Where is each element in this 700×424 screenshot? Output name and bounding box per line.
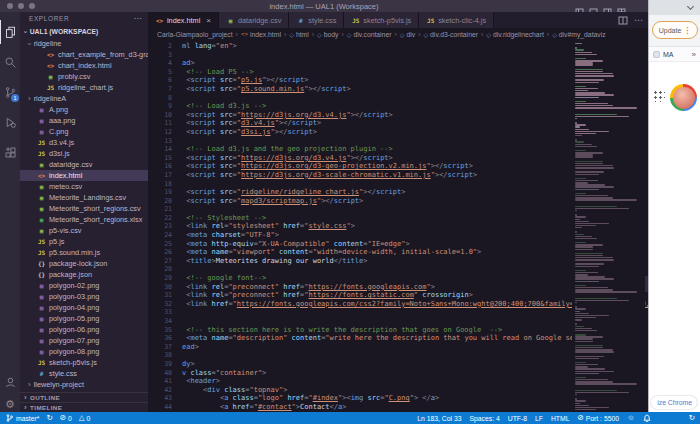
file-item[interactable]: <>chart_index.html (20, 60, 148, 71)
file-item[interactable]: JSsketch-p5vis.js (20, 357, 148, 368)
zoom-window-button[interactable] (29, 3, 35, 9)
breadcrumb-item[interactable]: ◇div#my_dataviz (552, 31, 605, 38)
line-number: 33 (148, 308, 172, 317)
file-item[interactable]: ▨polygon-04.png (20, 302, 148, 313)
file-item[interactable]: JSd3si.js (20, 148, 148, 159)
close-window-button[interactable] (7, 3, 13, 9)
bookmarks-overflow-icon[interactable]: » (692, 50, 696, 59)
tab-style.css[interactable]: #style.css (289, 12, 344, 28)
timeline-section-header[interactable]: › TIMELINE (20, 402, 148, 412)
chrome-update-button[interactable]: Update ⋮ (652, 21, 698, 39)
file-item[interactable]: ▦meteo.csv (20, 181, 148, 192)
tab-dataridge.csv[interactable]: ▦dataridge.csv (219, 12, 289, 28)
minimap-line (575, 394, 577, 395)
line-number: 36 (148, 334, 172, 343)
breadcrumb-item[interactable]: ◇body (317, 31, 338, 38)
folder-item[interactable]: ›ridgeline (20, 38, 148, 49)
file-item[interactable]: ▨polygon-07.png (20, 335, 148, 346)
breadcrumb-item[interactable]: ◇html (289, 31, 308, 38)
minimap-line (575, 326, 584, 327)
indentation[interactable]: Spaces: 4 (470, 415, 500, 422)
minimap-line (575, 371, 614, 372)
item-label: A.png (49, 105, 68, 114)
item-label: polygon-03.png (49, 292, 99, 301)
tab-sketch-clic-4.js[interactable]: JSsketch-clic-4.js (419, 12, 494, 28)
language-mode[interactable]: HTML (551, 415, 570, 422)
minimap-line (575, 330, 597, 331)
file-item[interactable]: ▨polygon-03.png (20, 291, 148, 302)
extensions-icon[interactable] (0, 140, 20, 164)
file-item[interactable]: ▨A.png (20, 104, 148, 115)
file-item[interactable]: <>index.html (20, 170, 148, 181)
customize-chrome-button[interactable]: ize Chrome (651, 396, 697, 409)
breadcrumb-item[interactable]: Carla-Giampaolo_project (157, 31, 233, 38)
line-number: 18 (148, 180, 172, 189)
file-item[interactable]: ▦dataridge.csv (20, 159, 148, 170)
encoding[interactable]: UTF-8 (508, 415, 527, 422)
minimap[interactable] (572, 40, 645, 412)
file-item[interactable]: {}package-lock.json (20, 258, 148, 269)
file-item[interactable]: JSd3.v4.js (20, 137, 148, 148)
folder-item[interactable]: ›ridgelineA (20, 93, 148, 104)
line-number: 30 (148, 283, 172, 292)
breadcrumb-item[interactable]: ◇div (400, 31, 415, 38)
file-item[interactable]: ▦p5-vis.csv (20, 225, 148, 236)
sync[interactable]: ↻ (46, 414, 52, 422)
explorer-actions-icon[interactable]: ⋯ (133, 14, 142, 23)
minimap-line (575, 219, 580, 220)
google-apps-icon[interactable] (653, 90, 665, 102)
file-item[interactable]: ▨polygon-05.png (20, 313, 148, 324)
file-item[interactable]: JSp5.sound.min.js (20, 247, 148, 258)
live-server-port[interactable]: ⊘Port : 5500 (577, 414, 619, 422)
item-label: meteo.csv (49, 182, 82, 191)
file-item[interactable]: JSp5.js (20, 236, 148, 247)
file-item[interactable]: #style.css (20, 368, 148, 379)
split-editor-icon[interactable] (618, 11, 628, 29)
source-control-icon[interactable]: 1 (0, 80, 20, 104)
explorer-icon[interactable] (0, 20, 20, 44)
file-item[interactable]: {}package.json (20, 269, 148, 280)
warnings[interactable]: △0 (79, 414, 91, 422)
file-item[interactable]: ▦Meteorite_Landings.csv (20, 192, 148, 203)
file-item[interactable]: ▨aaa.png (20, 115, 148, 126)
minimap-line (575, 392, 629, 393)
breadcrumb-item[interactable]: ◇div.d3-container (423, 31, 477, 38)
file-item[interactable]: <>chart_example_from_d3-graph-g... (20, 49, 148, 60)
outline-section-header[interactable]: › OUTLINE (20, 392, 148, 402)
file-item[interactable]: JSridgeline_chart.js (20, 82, 148, 93)
account-icon[interactable] (0, 370, 20, 394)
item-label: Meteorite_short_regions.csv (49, 204, 141, 213)
file-item[interactable]: ▦probly.csv (20, 71, 148, 82)
breadcrumb-item[interactable]: ◇div.ridgelinechart (486, 31, 544, 38)
run-debug-icon[interactable] (0, 110, 20, 134)
breadcrumb-item[interactable]: ◇div.container (347, 31, 392, 38)
breadcrumb-item[interactable]: <>index.html (241, 31, 281, 38)
bookmark-item[interactable]: MA (663, 51, 674, 58)
tab-sketch-p5vis.js[interactable]: JSsketch-p5vis.js (344, 12, 419, 28)
file-item[interactable]: ▨polygon-06.png (20, 324, 148, 335)
more-actions-icon[interactable]: ⋯ (634, 15, 643, 25)
folder-item[interactable]: ›llewelyn-project (20, 379, 148, 390)
line-number: 10 (148, 111, 172, 120)
code-editor[interactable]: 2ml lang="en">34ad>5 <!-- Load P5 -->6 <… (148, 40, 648, 412)
minimize-window-button[interactable] (18, 3, 24, 9)
cursor-position[interactable]: Ln 183, Col 33 (417, 415, 461, 422)
search-icon[interactable] (0, 50, 20, 74)
errors[interactable]: ⊘0 (60, 414, 72, 422)
screencast[interactable]: ↻ (689, 414, 695, 422)
close-icon[interactable]: × (206, 16, 211, 25)
notifications[interactable] (643, 414, 651, 422)
eol[interactable]: LF (535, 415, 543, 422)
file-item[interactable]: ▦Meteorite_short_regions.xlsx (20, 214, 148, 225)
chrome-window: Update ⋮ MA » ize Chrome (648, 0, 700, 412)
file-item[interactable]: ▨polygon-02.png (20, 280, 148, 291)
profile-avatar[interactable] (670, 84, 697, 111)
git-branch[interactable]: master* (6, 414, 39, 422)
file-item[interactable]: ▦Meteorite_short_regions.csv (20, 203, 148, 214)
workspace-section-header[interactable]: › UAL1 (WORKSPACE) (20, 25, 148, 38)
tab-index.html[interactable]: <>index.html× (148, 12, 219, 28)
window-title: index.html — UAL1 (Workspace) (0, 2, 648, 11)
file-item[interactable]: ▨polygon-08.png (20, 346, 148, 357)
feedback[interactable]: ☺ (627, 414, 635, 422)
file-item[interactable]: ▨C.png (20, 126, 148, 137)
